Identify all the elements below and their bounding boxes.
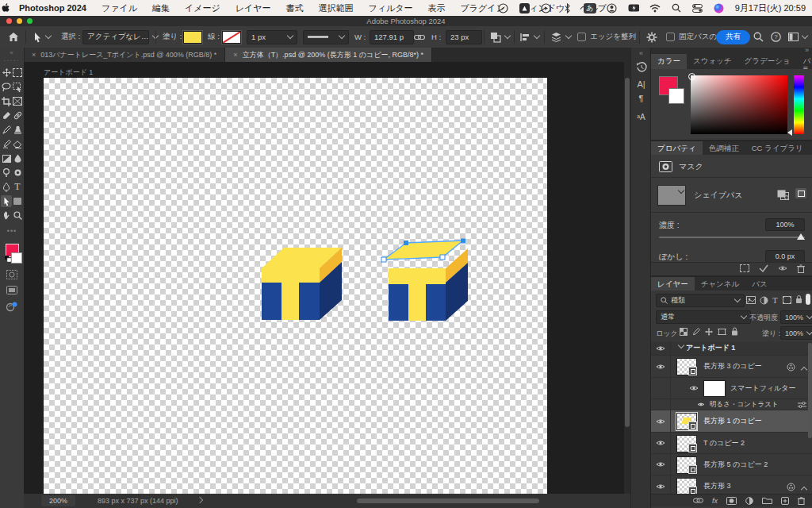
tab-color[interactable]: カラー [651,54,687,69]
wifi-icon[interactable] [649,2,661,13]
add-layer-mask-icon[interactable] [726,497,737,505]
spot-healing-tool[interactable] [12,110,23,121]
layer-row-shape[interactable]: 長方形 5 のコピー 2 [651,454,812,475]
link-dimensions-icon[interactable] [414,26,425,48]
artboard-label[interactable]: アートボード 1 [44,67,93,78]
home-icon[interactable] [8,26,19,48]
collapse-panels-icon[interactable]: « [631,49,651,57]
dodge-tool[interactable] [1,167,12,179]
lock-pixels-icon[interactable] [692,328,700,336]
user-account-icon[interactable] [607,2,618,13]
load-selection-icon[interactable] [740,264,749,272]
visibility-eye-icon[interactable] [697,402,705,407]
current-tool-icon[interactable] [33,26,51,48]
filter-type-layers-icon[interactable]: T [772,295,778,305]
filter-adjustment-layers-icon[interactable] [760,296,768,305]
stroke-width-dropdown[interactable]: 1 px [247,26,297,48]
layer-thumbnail[interactable] [676,435,697,452]
object-selection-tool[interactable] [12,81,23,93]
path-alignment-icon[interactable] [520,26,539,48]
rect-marquee-tool[interactable] [12,67,23,79]
new-layer-icon[interactable] [781,497,789,505]
layer-filter-dropdown[interactable]: 種類 [656,294,745,307]
density-value[interactable]: 100% [765,218,805,231]
collapse-filters-icon[interactable] [801,367,807,373]
gradient-tool[interactable] [1,152,12,164]
document-canvas-area[interactable]: アートボード 1 [24,62,624,494]
density-slider-thumb[interactable] [797,233,805,240]
menubar-clock[interactable]: 9月17日(火) 20:59 [735,2,806,14]
path-selection-tool[interactable] [1,195,12,207]
shape-path-thumbnail[interactable] [657,185,686,206]
filter-smart-objects-icon[interactable] [795,295,802,304]
vector-mask-icon[interactable] [795,188,806,198]
play-circle-icon[interactable] [541,2,552,13]
delete-layer-icon[interactable] [798,497,805,505]
visibility-eye-icon[interactable] [651,410,671,432]
bluetooth-icon[interactable] [562,2,573,13]
spotlight-icon[interactable] [671,2,682,13]
layer-row-artboard[interactable]: アートボード 1 [651,341,812,356]
fill-opacity-dropdown[interactable]: 100% [780,326,812,340]
background-color-swatch[interactable] [11,252,22,264]
filter-pixel-layers-icon[interactable] [746,296,756,304]
lock-all-icon[interactable] [731,327,738,336]
tab-swatches[interactable]: スウォッチ [687,54,738,69]
filter-toggle-pill[interactable] [806,294,810,305]
new-adjustment-layer-icon[interactable] [745,497,753,505]
visibility-eye-icon[interactable] [651,341,671,355]
history-panel-icon[interactable] [631,62,651,72]
blend-mode-dropdown[interactable]: 通常 [656,310,751,324]
layer-row-smart-filters[interactable]: スマートフィルター [651,378,812,399]
close-tab-icon[interactable]: × [233,51,237,59]
hand-tool[interactable] [1,210,12,221]
visibility-eye-icon[interactable] [651,475,671,494]
color-field-marker[interactable] [688,73,695,80]
burn-tool[interactable] [12,167,23,179]
lasso-tool[interactable] [1,81,12,93]
anchor-point[interactable] [381,257,386,262]
frame-tool[interactable] [12,95,23,107]
color-saturation-field[interactable] [691,75,787,134]
input-source-icon[interactable]: あ [584,3,596,13]
cube-left[interactable] [262,246,344,321]
layer-row-filter-item[interactable]: 明るさ・コントラスト [651,399,812,410]
stroke-swatch[interactable] [222,26,241,48]
shape-tool[interactable] [12,195,23,207]
eraser-tool[interactable] [12,138,23,150]
new-group-icon[interactable] [762,497,772,504]
visibility-eye-icon[interactable] [689,385,699,391]
fill-swatch[interactable] [183,26,202,48]
type-tool[interactable]: T [12,181,23,193]
share-button[interactable]: 共有 [716,26,750,48]
selected-path[interactable] [384,241,463,260]
create-mask-icon[interactable] [777,190,789,200]
tab-gradients[interactable]: グラデーショ [738,54,797,69]
crop-tool[interactable] [1,95,12,107]
battery-icon[interactable] [628,2,639,13]
mask-visibility-eye-icon[interactable] [778,265,787,271]
quick-mask-icon[interactable] [6,270,17,279]
siri-icon[interactable] [714,2,725,13]
path-operations-icon[interactable] [490,26,510,48]
layer-row-smart-object[interactable]: 長方形 3 のコピー [651,356,812,378]
vertical-scrollbar[interactable] [624,62,630,494]
path-arrangement-icon[interactable] [550,26,571,48]
document-tab-2[interactable]: × 立方体（T）.psd @ 200% (長方形 1 のコピー, RGB/8*)… [225,48,432,62]
share-feedback-icon[interactable] [6,302,17,313]
filter-shape-layers-icon[interactable] [783,296,791,304]
smart-filter-thumbnail[interactable] [703,380,726,397]
height-field[interactable]: 23 px [446,26,482,48]
glyphs-panel-icon[interactable]: ᵃA [631,113,651,121]
density-slider[interactable] [659,237,805,238]
layer-thumbnail[interactable] [676,456,697,474]
layer-row-shape[interactable]: T のコピー 2 [651,433,812,454]
horizontal-scrollbar[interactable] [357,498,539,503]
safari-icon[interactable] [498,2,509,13]
anchor-point[interactable] [461,239,465,244]
apply-mask-icon[interactable] [759,264,768,272]
select-mode-dropdown[interactable]: アクティブなレ… [82,26,149,48]
search-icon[interactable] [753,26,764,48]
zoom-level[interactable]: 200% [41,495,75,506]
opacity-dropdown[interactable]: 100% [780,310,812,324]
